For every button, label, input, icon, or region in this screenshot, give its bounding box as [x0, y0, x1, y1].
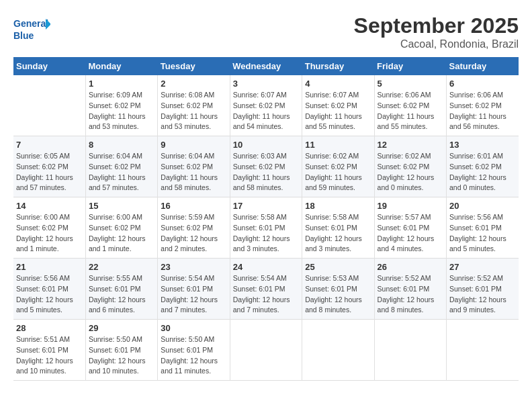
- calendar-cell-w4-d5: 26 Sunrise: 5:52 AM Sunset: 6:01 PM Dayl…: [374, 259, 446, 320]
- day-info: Sunrise: 5:54 AM Sunset: 6:01 PM Dayligh…: [161, 273, 226, 316]
- calendar-cell-w5-d3: [230, 320, 302, 381]
- day-info: Sunrise: 5:52 AM Sunset: 6:01 PM Dayligh…: [378, 273, 443, 316]
- svg-text:General: General: [13, 18, 48, 29]
- day-number: 16: [161, 201, 226, 211]
- day-number: 27: [449, 262, 516, 272]
- calendar-cell-w3-d4: 18 Sunrise: 5:58 AM Sunset: 6:01 PM Dayl…: [302, 197, 374, 259]
- day-info: Sunrise: 6:09 AM Sunset: 6:02 PM Dayligh…: [89, 90, 154, 132]
- calendar-cell-w1-d3: 3 Sunrise: 6:07 AM Sunset: 6:02 PM Dayli…: [230, 75, 302, 136]
- day-number: 7: [16, 140, 83, 150]
- calendar-cell-w5-d6: [447, 320, 519, 381]
- calendar-cell-w3-d6: 20 Sunrise: 5:56 AM Sunset: 6:01 PM Dayl…: [447, 197, 519, 259]
- day-info: Sunrise: 6:00 AM Sunset: 6:02 PM Dayligh…: [16, 212, 83, 255]
- day-info: Sunrise: 6:02 AM Sunset: 6:02 PM Dayligh…: [378, 151, 443, 193]
- header-saturday: Saturday: [447, 57, 519, 75]
- calendar-cell-w4-d3: 24 Sunrise: 5:54 AM Sunset: 6:01 PM Dayl…: [230, 259, 302, 320]
- day-number: 15: [89, 201, 154, 211]
- calendar-cell-w1-d6: 6 Sunrise: 6:06 AM Sunset: 6:02 PM Dayli…: [447, 75, 519, 136]
- page-subtitle: Cacoal, Rondonia, Brazil: [354, 38, 519, 50]
- calendar-cell-w1-d2: 2 Sunrise: 6:08 AM Sunset: 6:02 PM Dayli…: [158, 75, 230, 136]
- logo: General Blue: [13, 13, 50, 47]
- calendar-cell-w3-d5: 19 Sunrise: 5:57 AM Sunset: 6:01 PM Dayl…: [374, 197, 446, 259]
- calendar-cell-w2-d2: 9 Sunrise: 6:04 AM Sunset: 6:02 PM Dayli…: [158, 136, 230, 197]
- week-row-2: 7 Sunrise: 6:05 AM Sunset: 6:02 PM Dayli…: [13, 136, 519, 197]
- day-info: Sunrise: 5:58 AM Sunset: 6:01 PM Dayligh…: [233, 212, 299, 255]
- day-number: 25: [305, 262, 371, 272]
- day-number: 30: [161, 323, 226, 333]
- calendar-cell-w5-d5: [374, 320, 446, 381]
- calendar-cell-w1-d5: 5 Sunrise: 6:06 AM Sunset: 6:02 PM Dayli…: [374, 75, 446, 136]
- day-number: 18: [305, 201, 371, 211]
- day-info: Sunrise: 5:53 AM Sunset: 6:01 PM Dayligh…: [305, 273, 371, 316]
- day-info: Sunrise: 6:01 AM Sunset: 6:02 PM Dayligh…: [449, 151, 516, 193]
- day-number: 21: [16, 262, 83, 272]
- calendar-cell-w1-d1: 1 Sunrise: 6:09 AM Sunset: 6:02 PM Dayli…: [85, 75, 157, 136]
- day-info: Sunrise: 5:57 AM Sunset: 6:01 PM Dayligh…: [378, 212, 443, 255]
- week-row-5: 28 Sunrise: 5:51 AM Sunset: 6:01 PM Dayl…: [13, 320, 519, 381]
- day-info: Sunrise: 6:07 AM Sunset: 6:02 PM Dayligh…: [233, 90, 299, 132]
- calendar-cell-w4-d4: 25 Sunrise: 5:53 AM Sunset: 6:01 PM Dayl…: [302, 259, 374, 320]
- day-info: Sunrise: 6:06 AM Sunset: 6:02 PM Dayligh…: [449, 90, 516, 132]
- day-info: Sunrise: 6:04 AM Sunset: 6:02 PM Dayligh…: [89, 151, 154, 193]
- day-info: Sunrise: 5:54 AM Sunset: 6:01 PM Dayligh…: [233, 273, 299, 316]
- day-number: 14: [16, 201, 83, 211]
- day-number: 23: [161, 262, 226, 272]
- day-info: Sunrise: 5:56 AM Sunset: 6:01 PM Dayligh…: [16, 273, 83, 316]
- calendar-cell-w5-d2: 30 Sunrise: 5:50 AM Sunset: 6:01 PM Dayl…: [158, 320, 230, 381]
- day-info: Sunrise: 6:02 AM Sunset: 6:02 PM Dayligh…: [305, 151, 371, 193]
- page-header: General Blue September 2025 Cacoal, Rond…: [13, 13, 519, 50]
- calendar-cell-w1-d0: [13, 75, 85, 136]
- day-info: Sunrise: 6:06 AM Sunset: 6:02 PM Dayligh…: [378, 90, 443, 132]
- day-number: 10: [233, 140, 299, 150]
- header-monday: Monday: [85, 57, 157, 75]
- day-info: Sunrise: 6:08 AM Sunset: 6:02 PM Dayligh…: [161, 90, 226, 132]
- title-block: September 2025 Cacoal, Rondonia, Brazil: [354, 13, 519, 50]
- calendar-cell-w4-d2: 23 Sunrise: 5:54 AM Sunset: 6:01 PM Dayl…: [158, 259, 230, 320]
- calendar-cell-w5-d4: [302, 320, 374, 381]
- calendar-cell-w3-d1: 15 Sunrise: 6:00 AM Sunset: 6:02 PM Dayl…: [85, 197, 157, 259]
- calendar-cell-w5-d1: 29 Sunrise: 5:50 AM Sunset: 6:01 PM Dayl…: [85, 320, 157, 381]
- svg-text:Blue: Blue: [13, 30, 34, 41]
- calendar-cell-w1-d4: 4 Sunrise: 6:07 AM Sunset: 6:02 PM Dayli…: [302, 75, 374, 136]
- day-number: 20: [449, 201, 516, 211]
- day-number: 12: [378, 140, 443, 150]
- day-number: 11: [305, 140, 371, 150]
- day-number: 17: [233, 201, 299, 211]
- day-number: 24: [233, 262, 299, 272]
- calendar-cell-w2-d5: 12 Sunrise: 6:02 AM Sunset: 6:02 PM Dayl…: [374, 136, 446, 197]
- calendar-cell-w4-d1: 22 Sunrise: 5:55 AM Sunset: 6:01 PM Dayl…: [85, 259, 157, 320]
- day-number: 6: [449, 79, 516, 89]
- page-title: September 2025: [354, 13, 519, 38]
- header-tuesday: Tuesday: [158, 57, 230, 75]
- calendar-cell-w2-d6: 13 Sunrise: 6:01 AM Sunset: 6:02 PM Dayl…: [447, 136, 519, 197]
- calendar-cell-w3-d2: 16 Sunrise: 5:59 AM Sunset: 6:02 PM Dayl…: [158, 197, 230, 259]
- day-number: 9: [161, 140, 226, 150]
- day-number: 5: [378, 79, 443, 89]
- header-wednesday: Wednesday: [230, 57, 302, 75]
- calendar-cell-w4-d0: 21 Sunrise: 5:56 AM Sunset: 6:01 PM Dayl…: [13, 259, 85, 320]
- day-number: 8: [89, 140, 154, 150]
- calendar-cell-w2-d0: 7 Sunrise: 6:05 AM Sunset: 6:02 PM Dayli…: [13, 136, 85, 197]
- day-number: 4: [305, 79, 371, 89]
- day-number: 28: [16, 323, 83, 333]
- weekday-header-row: Sunday Monday Tuesday Wednesday Thursday…: [13, 57, 519, 75]
- day-info: Sunrise: 5:55 AM Sunset: 6:01 PM Dayligh…: [89, 273, 154, 316]
- day-info: Sunrise: 6:05 AM Sunset: 6:02 PM Dayligh…: [16, 151, 83, 193]
- day-info: Sunrise: 5:56 AM Sunset: 6:01 PM Dayligh…: [449, 212, 516, 255]
- day-info: Sunrise: 5:58 AM Sunset: 6:01 PM Dayligh…: [305, 212, 371, 255]
- header-sunday: Sunday: [13, 57, 85, 75]
- day-number: 3: [233, 79, 299, 89]
- day-number: 1: [89, 79, 154, 89]
- week-row-3: 14 Sunrise: 6:00 AM Sunset: 6:02 PM Dayl…: [13, 197, 519, 259]
- calendar-cell-w5-d0: 28 Sunrise: 5:51 AM Sunset: 6:01 PM Dayl…: [13, 320, 85, 381]
- calendar-cell-w3-d3: 17 Sunrise: 5:58 AM Sunset: 6:01 PM Dayl…: [230, 197, 302, 259]
- day-number: 26: [378, 262, 443, 272]
- calendar-cell-w2-d3: 10 Sunrise: 6:03 AM Sunset: 6:02 PM Dayl…: [230, 136, 302, 197]
- header-friday: Friday: [374, 57, 446, 75]
- calendar-cell-w4-d6: 27 Sunrise: 5:52 AM Sunset: 6:01 PM Dayl…: [447, 259, 519, 320]
- day-number: 29: [89, 323, 154, 333]
- day-number: 19: [378, 201, 443, 211]
- calendar-table: Sunday Monday Tuesday Wednesday Thursday…: [13, 57, 519, 381]
- day-info: Sunrise: 5:51 AM Sunset: 6:01 PM Dayligh…: [16, 334, 83, 377]
- day-number: 13: [449, 140, 516, 150]
